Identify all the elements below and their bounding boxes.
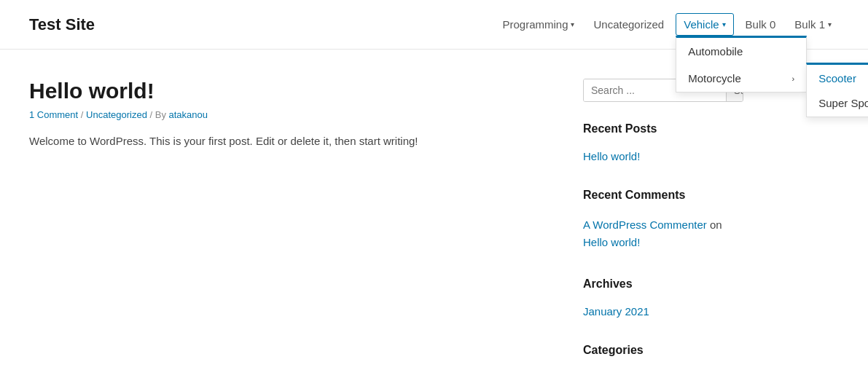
archives-widget: Archives January 2021 (583, 277, 743, 318)
comment-link[interactable]: 1 Comment (29, 109, 78, 120)
meta-sep1: / (78, 109, 86, 120)
chevron-right-icon: › (792, 74, 795, 83)
site-title: Test Site (29, 15, 95, 34)
categories-title: Categories (583, 344, 743, 361)
archives-list: January 2021 (583, 305, 743, 318)
recent-comments-title: Recent Comments (583, 189, 743, 206)
motorcycle-submenu-wrap: Motorcycle › Scooter Super Sport (676, 65, 806, 92)
commenter-link[interactable]: A WordPress Commenter (583, 218, 707, 231)
nav-item-programming: Programming ▾ (495, 14, 582, 35)
archives-title: Archives (583, 277, 743, 295)
list-item: Hello world! (583, 150, 743, 162)
sub-item-scooter[interactable]: Scooter (807, 65, 868, 92)
recent-posts-list: Hello world! (583, 150, 743, 162)
nav-link-uncategorized[interactable]: Uncategorized (586, 14, 671, 35)
chevron-down-icon: ▾ (828, 20, 832, 28)
nav-link-vehicle[interactable]: Vehicle ▾ (676, 13, 733, 36)
category-link[interactable]: Uncategorized (86, 109, 147, 120)
meta-sep2: / By (147, 109, 169, 120)
content-area: Hello world! 1 Comment / Uncategorized /… (29, 79, 539, 386)
nav-link-bulk0[interactable]: Bulk 0 (738, 14, 783, 35)
chevron-down-icon: ▾ (571, 20, 574, 28)
vehicle-dropdown: Automobile Motorcycle › Scooter Super Sp… (676, 36, 807, 92)
list-item: January 2021 (583, 305, 743, 318)
nav-link-programming[interactable]: Programming ▾ (495, 14, 582, 35)
nav-item-uncategorized: Uncategorized (586, 14, 671, 35)
post-meta: 1 Comment / Uncategorized / By atakanou (29, 109, 539, 120)
nav-item-bulk1: Bulk 1 ▾ (787, 14, 839, 35)
post-content: Welcome to WordPress. This is your first… (29, 132, 539, 151)
nav-menu: Programming ▾ Uncategorized Vehicle ▾ Au… (495, 13, 839, 36)
site-header: Test Site Programming ▾ Uncategorized Ve… (0, 0, 868, 50)
nav-link-bulk1[interactable]: Bulk 1 ▾ (787, 14, 839, 35)
motorcycle-submenu: Scooter Super Sport (806, 63, 868, 117)
sidebar: Search Recent Posts Hello world! Recent … (583, 79, 743, 386)
dropdown-item-motorcycle[interactable]: Motorcycle › (676, 65, 806, 92)
commenter-on: on (710, 218, 722, 231)
nav-item-bulk0: Bulk 0 (738, 14, 783, 35)
main-nav: Programming ▾ Uncategorized Vehicle ▾ Au… (495, 13, 839, 36)
nav-item-vehicle: Vehicle ▾ Automobile Motorcycle › (676, 13, 733, 36)
recent-comments-widget: Recent Comments A WordPress Commenter on… (583, 189, 743, 251)
sub-item-supersport-row: Super Sport (807, 92, 868, 117)
sub-item-supersport[interactable]: Super Sport (818, 97, 868, 109)
dropdown-item-automobile[interactable]: Automobile (676, 38, 806, 65)
recent-posts-title: Recent Posts (583, 122, 743, 140)
archive-link[interactable]: January 2021 (583, 305, 649, 318)
post-title: Hello world! (29, 79, 539, 103)
chevron-down-icon: ▾ (722, 20, 726, 28)
recent-post-link[interactable]: Hello world! (583, 150, 640, 162)
post-article: Hello world! 1 Comment / Uncategorized /… (29, 79, 539, 151)
main-container: Hello world! 1 Comment / Uncategorized /… (0, 50, 868, 386)
recent-comment-entry: A WordPress Commenter on Hello world! (583, 216, 743, 251)
categories-widget: Categories (583, 344, 743, 361)
author-link[interactable]: atakanou (169, 109, 208, 120)
commented-post-link[interactable]: Hello world! (583, 236, 640, 248)
recent-posts-widget: Recent Posts Hello world! (583, 122, 743, 162)
